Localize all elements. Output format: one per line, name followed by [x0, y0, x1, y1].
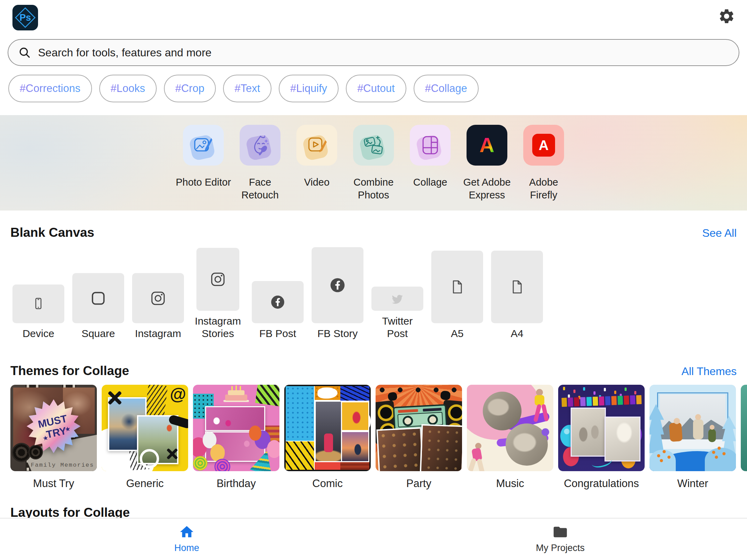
settings-button[interactable]: [718, 8, 735, 25]
canvas-label: Device: [22, 327, 54, 340]
theme-card-artwork: Family Memories MUST TRY ★ ★: [10, 385, 97, 471]
nav-label: My Projects: [536, 543, 584, 553]
tools-row: Photo Editor: [175, 125, 572, 202]
tool-get-adobe-express[interactable]: A Get Adobe Express: [459, 125, 515, 202]
canvas-label: Twitter Post: [371, 315, 423, 340]
blank-canvas-row: Device Square Instagram: [12, 247, 543, 340]
blank-canvas-title: Blank Canvas: [10, 225, 94, 240]
chip-label: #Crop: [175, 82, 204, 95]
decor-gift: [255, 385, 279, 407]
theme-winter[interactable]: Winter: [649, 385, 736, 490]
twitter-icon: [390, 291, 405, 306]
blank-canvas-header: Blank Canvas See All: [10, 225, 737, 240]
theme-comic[interactable]: Comic: [284, 385, 371, 490]
decor-dancer: [440, 391, 451, 401]
theme-card-artwork: [558, 385, 645, 471]
all-themes-link[interactable]: All Themes: [682, 365, 737, 378]
theme-card-partial[interactable]: [741, 385, 747, 471]
canvas-label: Instagram Stories: [192, 315, 244, 340]
photo-placeholder: [341, 431, 369, 462]
tool-video[interactable]: Video: [288, 125, 345, 202]
smartphone-icon: [31, 296, 46, 311]
chip-label: #Liquify: [290, 82, 327, 95]
chip-cutout[interactable]: #Cutout: [346, 75, 406, 102]
search-input[interactable]: [37, 46, 729, 59]
chip-collage[interactable]: #Collage: [414, 75, 479, 102]
decor-hero-figure: [324, 433, 333, 452]
decor-berries: [712, 451, 715, 454]
instagram-icon: [209, 270, 227, 288]
decor-dancer: [536, 389, 543, 396]
chip-text[interactable]: #Text: [223, 75, 271, 102]
facebook-icon: [269, 293, 287, 311]
photo-placeholder: [483, 392, 522, 430]
canvas-a5[interactable]: A5: [431, 251, 483, 340]
adobe-firefly-icon: A: [532, 134, 555, 157]
canvas-a4[interactable]: A4: [491, 251, 543, 340]
theme-must-try[interactable]: Family Memories MUST TRY ★ ★: [10, 385, 97, 490]
tool-label: Get Adobe Express: [459, 176, 515, 202]
theme-congratulations[interactable]: Congratulations: [558, 385, 645, 490]
decor-figure-head: [710, 425, 714, 430]
themes-title: Themes for Collage: [10, 364, 129, 378]
home-icon: [179, 524, 195, 540]
decor-confetti: [563, 387, 565, 390]
photo-placeholder: [419, 424, 462, 471]
tool-adobe-firefly[interactable]: A Adobe Firefly: [515, 125, 572, 202]
canvas-fb-story[interactable]: FB Story: [312, 247, 363, 340]
nav-label: Home: [174, 543, 199, 553]
app-logo-text: Ps: [19, 12, 31, 23]
collage-grid-icon: [419, 134, 441, 156]
canvas-fb-post[interactable]: FB Post: [252, 281, 304, 340]
theme-label: Winter: [677, 477, 708, 490]
canvas-instagram-stories[interactable]: Instagram Stories: [192, 248, 244, 340]
decor-lollipop: [193, 456, 208, 470]
decor-comic-panel: [286, 386, 314, 441]
app-logo[interactable]: Ps: [12, 5, 38, 30]
instagram-icon: [149, 289, 167, 307]
theme-party[interactable]: Party: [376, 385, 462, 490]
decor-cake: [225, 394, 247, 401]
see-all-link[interactable]: See All: [702, 227, 737, 240]
face-retouch-icon: [249, 134, 271, 156]
tool-face-retouch[interactable]: Face Retouch: [232, 125, 288, 202]
chip-crop[interactable]: #Crop: [164, 75, 216, 102]
decor-dot: [542, 428, 549, 436]
photo-placeholder: [341, 401, 369, 431]
tag-chips-row: #Corrections #Looks #Crop #Text #Liquify…: [8, 75, 479, 102]
tool-combine-photos[interactable]: Combine Photos: [345, 125, 402, 202]
canvas-twitter-post[interactable]: Twitter Post: [371, 287, 423, 340]
chip-looks[interactable]: #Looks: [99, 75, 157, 102]
tool-label: Collage: [413, 176, 447, 189]
theme-birthday[interactable]: Birthday: [193, 385, 279, 490]
theme-generic[interactable]: @ Generic: [102, 385, 188, 490]
decor-ring: [140, 449, 159, 468]
must-try-badge: MUST TRY ★ ★: [26, 399, 81, 454]
theme-label: Party: [406, 477, 431, 490]
theme-music[interactable]: Music: [467, 385, 553, 490]
tool-label: Photo Editor: [176, 176, 231, 189]
theme-card-artwork: [649, 385, 736, 471]
decor-figure: [693, 419, 703, 439]
decor-candle: [240, 386, 241, 390]
tool-photo-editor[interactable]: Photo Editor: [175, 125, 232, 202]
decor-candle: [236, 385, 237, 390]
canvas-label: Square: [82, 327, 115, 340]
nav-my-projects[interactable]: My Projects: [522, 519, 598, 553]
nav-home[interactable]: Home: [149, 519, 225, 553]
adobe-express-icon: A: [479, 135, 494, 156]
canvas-instagram[interactable]: Instagram: [132, 273, 184, 340]
canvas-square[interactable]: Square: [72, 273, 124, 340]
tools-strip: Photo Editor: [0, 115, 747, 211]
theme-card-artwork: [376, 385, 462, 471]
decor-figure-head: [695, 414, 701, 420]
chip-liquify[interactable]: #Liquify: [279, 75, 339, 102]
chip-corrections[interactable]: #Corrections: [8, 75, 92, 102]
theme-card-artwork: [193, 385, 279, 471]
search-bar[interactable]: [8, 39, 739, 66]
decor-dancer: [387, 392, 397, 401]
tool-collage[interactable]: Collage: [402, 125, 459, 202]
theme-label: Congratulations: [564, 477, 639, 490]
canvas-device[interactable]: Device: [12, 284, 64, 340]
photo-placeholder: [376, 427, 424, 471]
